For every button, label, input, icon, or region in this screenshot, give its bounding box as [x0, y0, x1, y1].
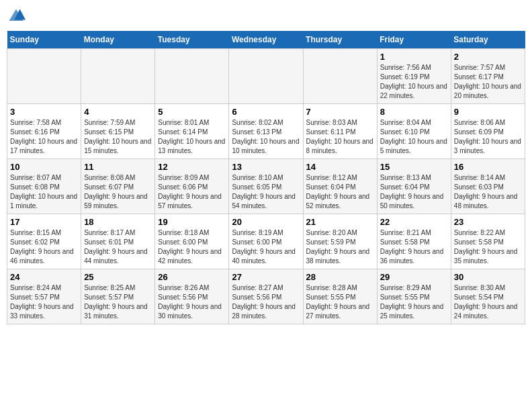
day-cell — [303, 49, 377, 104]
day-cell — [81, 49, 155, 104]
day-cell: 29Sunrise: 8:29 AM Sunset: 5:55 PM Dayli… — [377, 269, 451, 324]
day-number: 26 — [158, 272, 226, 282]
day-info: Sunrise: 8:09 AM Sunset: 6:06 PM Dayligh… — [158, 173, 226, 211]
day-number: 18 — [84, 217, 152, 227]
day-cell: 22Sunrise: 8:21 AM Sunset: 5:58 PM Dayli… — [377, 214, 451, 269]
day-info: Sunrise: 8:24 AM Sunset: 5:57 PM Dayligh… — [10, 283, 78, 321]
day-cell: 1Sunrise: 7:56 AM Sunset: 6:19 PM Daylig… — [377, 49, 451, 104]
day-cell: 13Sunrise: 8:10 AM Sunset: 6:05 PM Dayli… — [229, 159, 303, 214]
day-cell: 9Sunrise: 8:06 AM Sunset: 6:09 PM Daylig… — [451, 104, 525, 159]
day-cell: 5Sunrise: 8:01 AM Sunset: 6:14 PM Daylig… — [155, 104, 229, 159]
day-info: Sunrise: 8:30 AM Sunset: 5:54 PM Dayligh… — [454, 283, 522, 321]
day-cell — [7, 49, 81, 104]
header-day-friday: Friday — [377, 31, 451, 49]
day-cell: 12Sunrise: 8:09 AM Sunset: 6:06 PM Dayli… — [155, 159, 229, 214]
day-number: 17 — [10, 217, 78, 227]
day-cell: 16Sunrise: 8:14 AM Sunset: 6:03 PM Dayli… — [451, 159, 525, 214]
day-number: 3 — [10, 107, 78, 117]
day-number: 9 — [454, 107, 522, 117]
week-row-2: 3Sunrise: 7:58 AM Sunset: 6:16 PM Daylig… — [7, 104, 525, 159]
day-number: 11 — [84, 162, 152, 172]
week-row-5: 24Sunrise: 8:24 AM Sunset: 5:57 PM Dayli… — [7, 269, 525, 324]
day-cell: 15Sunrise: 8:13 AM Sunset: 6:04 PM Dayli… — [377, 159, 451, 214]
day-info: Sunrise: 8:29 AM Sunset: 5:55 PM Dayligh… — [380, 283, 448, 321]
day-info: Sunrise: 8:27 AM Sunset: 5:56 PM Dayligh… — [232, 283, 300, 321]
day-number: 19 — [158, 217, 226, 227]
day-cell: 26Sunrise: 8:26 AM Sunset: 5:56 PM Dayli… — [155, 269, 229, 324]
day-number: 12 — [158, 162, 226, 172]
day-number: 22 — [380, 217, 448, 227]
day-number: 8 — [380, 107, 448, 117]
day-cell: 2Sunrise: 7:57 AM Sunset: 6:17 PM Daylig… — [451, 49, 525, 104]
header-row: SundayMondayTuesdayWednesdayThursdayFrid… — [7, 31, 525, 49]
day-info: Sunrise: 8:01 AM Sunset: 6:14 PM Dayligh… — [158, 118, 226, 156]
week-row-4: 17Sunrise: 8:15 AM Sunset: 6:02 PM Dayli… — [7, 214, 525, 269]
day-info: Sunrise: 8:18 AM Sunset: 6:00 PM Dayligh… — [158, 228, 226, 266]
day-cell — [229, 49, 303, 104]
day-cell — [155, 49, 229, 104]
day-number: 23 — [454, 217, 522, 227]
day-cell: 11Sunrise: 8:08 AM Sunset: 6:07 PM Dayli… — [81, 159, 155, 214]
week-row-3: 10Sunrise: 8:07 AM Sunset: 6:08 PM Dayli… — [7, 159, 525, 214]
day-cell: 23Sunrise: 8:22 AM Sunset: 5:58 PM Dayli… — [451, 214, 525, 269]
day-cell: 3Sunrise: 7:58 AM Sunset: 6:16 PM Daylig… — [7, 104, 81, 159]
day-cell: 6Sunrise: 8:02 AM Sunset: 6:13 PM Daylig… — [229, 104, 303, 159]
day-cell: 19Sunrise: 8:18 AM Sunset: 6:00 PM Dayli… — [155, 214, 229, 269]
day-info: Sunrise: 8:03 AM Sunset: 6:11 PM Dayligh… — [306, 118, 374, 156]
day-info: Sunrise: 8:08 AM Sunset: 6:07 PM Dayligh… — [84, 173, 152, 211]
calendar-header: SundayMondayTuesdayWednesdayThursdayFrid… — [7, 31, 525, 49]
day-info: Sunrise: 8:25 AM Sunset: 5:57 PM Dayligh… — [84, 283, 152, 321]
day-number: 6 — [232, 107, 300, 117]
day-info: Sunrise: 8:19 AM Sunset: 6:00 PM Dayligh… — [232, 228, 300, 266]
day-info: Sunrise: 8:20 AM Sunset: 5:59 PM Dayligh… — [306, 228, 374, 266]
page-header — [7, 7, 525, 26]
day-info: Sunrise: 7:59 AM Sunset: 6:15 PM Dayligh… — [84, 118, 152, 156]
day-info: Sunrise: 8:15 AM Sunset: 6:02 PM Dayligh… — [10, 228, 78, 266]
day-number: 1 — [380, 52, 448, 62]
day-info: Sunrise: 8:17 AM Sunset: 6:01 PM Dayligh… — [84, 228, 152, 266]
day-number: 21 — [306, 217, 374, 227]
day-info: Sunrise: 8:13 AM Sunset: 6:04 PM Dayligh… — [380, 173, 448, 211]
day-cell: 25Sunrise: 8:25 AM Sunset: 5:57 PM Dayli… — [81, 269, 155, 324]
day-number: 4 — [84, 107, 152, 117]
day-cell: 18Sunrise: 8:17 AM Sunset: 6:01 PM Dayli… — [81, 214, 155, 269]
week-row-1: 1Sunrise: 7:56 AM Sunset: 6:19 PM Daylig… — [7, 49, 525, 104]
day-cell: 21Sunrise: 8:20 AM Sunset: 5:59 PM Dayli… — [303, 214, 377, 269]
day-cell: 28Sunrise: 8:28 AM Sunset: 5:55 PM Dayli… — [303, 269, 377, 324]
day-number: 14 — [306, 162, 374, 172]
day-number: 7 — [306, 107, 374, 117]
day-info: Sunrise: 8:28 AM Sunset: 5:55 PM Dayligh… — [306, 283, 374, 321]
logo — [7, 7, 27, 26]
header-day-tuesday: Tuesday — [155, 31, 229, 49]
day-info: Sunrise: 8:14 AM Sunset: 6:03 PM Dayligh… — [454, 173, 522, 211]
day-number: 25 — [84, 272, 152, 282]
day-number: 29 — [380, 272, 448, 282]
day-cell: 30Sunrise: 8:30 AM Sunset: 5:54 PM Dayli… — [451, 269, 525, 324]
day-info: Sunrise: 7:57 AM Sunset: 6:17 PM Dayligh… — [454, 63, 522, 101]
day-cell: 20Sunrise: 8:19 AM Sunset: 6:00 PM Dayli… — [229, 214, 303, 269]
day-number: 10 — [10, 162, 78, 172]
header-day-thursday: Thursday — [303, 31, 377, 49]
day-number: 20 — [232, 217, 300, 227]
day-cell: 8Sunrise: 8:04 AM Sunset: 6:10 PM Daylig… — [377, 104, 451, 159]
day-cell: 7Sunrise: 8:03 AM Sunset: 6:11 PM Daylig… — [303, 104, 377, 159]
day-info: Sunrise: 8:26 AM Sunset: 5:56 PM Dayligh… — [158, 283, 226, 321]
day-number: 24 — [10, 272, 78, 282]
day-info: Sunrise: 8:06 AM Sunset: 6:09 PM Dayligh… — [454, 118, 522, 156]
day-cell: 4Sunrise: 7:59 AM Sunset: 6:15 PM Daylig… — [81, 104, 155, 159]
day-cell: 17Sunrise: 8:15 AM Sunset: 6:02 PM Dayli… — [7, 214, 81, 269]
day-number: 5 — [158, 107, 226, 117]
calendar-table: SundayMondayTuesdayWednesdayThursdayFrid… — [7, 31, 525, 324]
day-info: Sunrise: 8:12 AM Sunset: 6:04 PM Dayligh… — [306, 173, 374, 211]
day-info: Sunrise: 8:02 AM Sunset: 6:13 PM Dayligh… — [232, 118, 300, 156]
day-number: 15 — [380, 162, 448, 172]
day-cell: 24Sunrise: 8:24 AM Sunset: 5:57 PM Dayli… — [7, 269, 81, 324]
day-info: Sunrise: 8:22 AM Sunset: 5:58 PM Dayligh… — [454, 228, 522, 266]
day-cell: 10Sunrise: 8:07 AM Sunset: 6:08 PM Dayli… — [7, 159, 81, 214]
day-info: Sunrise: 8:10 AM Sunset: 6:05 PM Dayligh… — [232, 173, 300, 211]
day-info: Sunrise: 7:56 AM Sunset: 6:19 PM Dayligh… — [380, 63, 448, 101]
calendar-body: 1Sunrise: 7:56 AM Sunset: 6:19 PM Daylig… — [7, 49, 525, 324]
day-info: Sunrise: 8:07 AM Sunset: 6:08 PM Dayligh… — [10, 173, 78, 211]
header-day-wednesday: Wednesday — [229, 31, 303, 49]
header-day-sunday: Sunday — [7, 31, 81, 49]
